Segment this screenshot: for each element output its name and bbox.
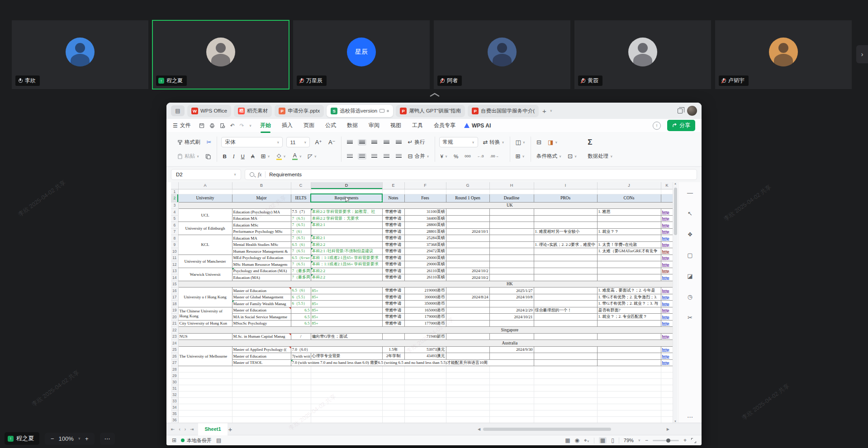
cell-K26[interactable]: http xyxy=(661,353,673,360)
cell-D33[interactable] xyxy=(311,398,382,404)
cell-E20[interactable]: 带雅申请 xyxy=(382,314,404,321)
cell-J9[interactable]: 1. 太贵！学费+在伦敦 xyxy=(597,241,661,248)
cell-A32[interactable] xyxy=(178,391,232,398)
grid-corner[interactable] xyxy=(171,182,178,189)
cell-F11[interactable]: 29000英镑 xyxy=(404,255,446,261)
row-header-19[interactable]: 19 xyxy=(171,307,178,314)
strip-scroll-right-button[interactable]: › xyxy=(856,45,868,63)
cell-C29[interactable] xyxy=(291,373,311,379)
cell-A30[interactable] xyxy=(178,379,232,385)
cell-B5[interactable]: Education MA xyxy=(232,215,291,222)
cell-B17[interactable]: Master of Global Management xyxy=(232,294,291,301)
cell-A29[interactable] xyxy=(178,373,232,379)
row-header-14[interactable]: 14 xyxy=(171,274,178,281)
cell-F1[interactable] xyxy=(404,189,446,194)
cell-K9[interactable]: http xyxy=(661,241,673,248)
cell-H16[interactable]: 2025/1/27 xyxy=(489,288,534,294)
row-header-26[interactable]: 26 xyxy=(171,353,178,360)
home-button[interactable]: ▤ xyxy=(171,105,185,116)
row-header-6[interactable]: 6 xyxy=(171,222,178,229)
cell-A25[interactable]: The University of Melbourne xyxy=(178,346,232,366)
cell-E8[interactable]: 带雅申请 xyxy=(382,235,404,242)
row-header-17[interactable]: 17 xyxy=(171,294,178,301)
cell-K11[interactable]: http xyxy=(661,255,673,261)
cell-J27[interactable] xyxy=(597,359,661,366)
cell-G30[interactable] xyxy=(446,379,489,385)
thousands-separator-button[interactable]: 000 xyxy=(463,153,472,159)
cell-J5[interactable] xyxy=(597,215,661,222)
cell-F8[interactable]: 25284英镑 xyxy=(404,235,446,242)
cell-J17[interactable]: 1. 带G才有优势；2. 竞争激烈；3. xyxy=(597,294,661,301)
row-header-20[interactable]: 20 xyxy=(171,314,178,321)
zoom-out-overlay-button[interactable]: − xyxy=(51,435,54,442)
cell-B2[interactable]: Major xyxy=(232,194,291,202)
cell-I30[interactable] xyxy=(534,379,597,385)
cell-K23[interactable]: http xyxy=(661,333,673,340)
cell-I16[interactable] xyxy=(534,288,597,294)
format-painter-button[interactable]: 格式刷 xyxy=(176,138,202,146)
cell-G31[interactable] xyxy=(446,385,489,391)
cell-I31[interactable] xyxy=(534,385,597,391)
row-header-2[interactable]: 2 xyxy=(171,194,178,202)
cell-A33[interactable] xyxy=(178,398,232,404)
cell-F5[interactable]: 34400英镑 xyxy=(404,215,446,222)
cell-G12[interactable] xyxy=(446,261,489,268)
cell-J4[interactable]: 1. 雅思 xyxy=(597,209,661,216)
cell-B12[interactable]: MSc Human Resource Managem xyxy=(232,261,291,268)
record-macro-icon[interactable]: ◉ xyxy=(574,437,579,443)
cell-F36[interactable] xyxy=(404,417,446,423)
row-header-9[interactable]: 9 xyxy=(171,241,178,248)
cell-C28[interactable] xyxy=(291,366,311,373)
cell-B31[interactable] xyxy=(232,385,291,391)
row-header-10[interactable]: 10 xyxy=(171,248,178,255)
zoom-in-overlay-button[interactable]: + xyxy=(85,435,89,442)
restore-window-icon[interactable] xyxy=(678,108,683,113)
cell-C26[interactable]: 7(with writ xyxy=(291,353,311,360)
cell-D9[interactable]: 本科2:2 xyxy=(311,241,382,248)
zoom-level[interactable]: 79% xyxy=(624,438,634,443)
cell-E19[interactable]: 带雅申请 xyxy=(382,307,404,314)
justify-button[interactable] xyxy=(382,153,391,160)
cell-H7[interactable] xyxy=(489,228,534,235)
align-center-button[interactable] xyxy=(358,153,366,160)
cell-K14[interactable]: http xyxy=(661,274,673,281)
cell-E36[interactable] xyxy=(382,417,404,423)
format-as-table-button[interactable]: ◨∨ xyxy=(546,138,559,146)
menu-公式[interactable]: 公式 xyxy=(325,120,337,131)
cell-J35[interactable] xyxy=(597,410,661,417)
cell-G18[interactable] xyxy=(446,301,489,307)
cell-I33[interactable] xyxy=(534,398,597,404)
cell-H4[interactable] xyxy=(489,209,534,216)
cell-B9[interactable]: Mental Health Studies MSc xyxy=(232,241,291,248)
cell-G17[interactable]: 2024/8/24 xyxy=(446,294,489,301)
cell-F32[interactable] xyxy=(404,391,446,398)
cell-K35[interactable] xyxy=(661,410,673,417)
formula-input[interactable]: fx Requirements xyxy=(245,169,697,180)
selection-mode-icon[interactable]: ⌖∨ xyxy=(584,437,589,443)
cell-B18[interactable]: Master of Family Wealth Manag xyxy=(232,301,291,307)
cell-B32[interactable] xyxy=(232,391,291,398)
cell-G34[interactable] xyxy=(446,404,489,410)
cell-C5[interactable]: 7（6.5） xyxy=(291,215,311,222)
row-header-28[interactable]: 28 xyxy=(171,366,178,373)
rail-taskpane-icon[interactable]: ▢ xyxy=(687,252,693,259)
cell-I11[interactable] xyxy=(534,255,597,261)
cell-D26[interactable]: 心理学专业背景 xyxy=(311,353,382,360)
cell-F19[interactable]: 165000港币 xyxy=(404,307,446,314)
cell-A16[interactable]: University o f Hong Kong xyxy=(178,288,232,307)
zoom-slider[interactable] xyxy=(653,440,679,441)
cell-F35[interactable] xyxy=(404,410,446,417)
cell-H5[interactable] xyxy=(489,215,534,222)
cell-F23[interactable]: 71940新币 xyxy=(404,333,446,340)
cell-H17[interactable]: 2024/10/8 xyxy=(489,294,534,301)
cell-I6[interactable] xyxy=(534,222,597,229)
cell-B26[interactable]: Master of Education xyxy=(232,353,291,360)
cell-E25[interactable]: 1.5年 xyxy=(382,346,404,353)
cell-G32[interactable] xyxy=(446,391,489,398)
cell-B19[interactable]: Master of Education xyxy=(232,307,291,314)
doc-tab-稻壳素材[interactable]: 稻稻壳素材 xyxy=(234,105,272,117)
menu-页面[interactable]: 页面 xyxy=(303,120,315,131)
percent-button[interactable]: % xyxy=(452,153,460,160)
menu-开始[interactable]: 开始 xyxy=(260,120,271,131)
participant-tile[interactable]: 阿者 xyxy=(434,20,570,89)
